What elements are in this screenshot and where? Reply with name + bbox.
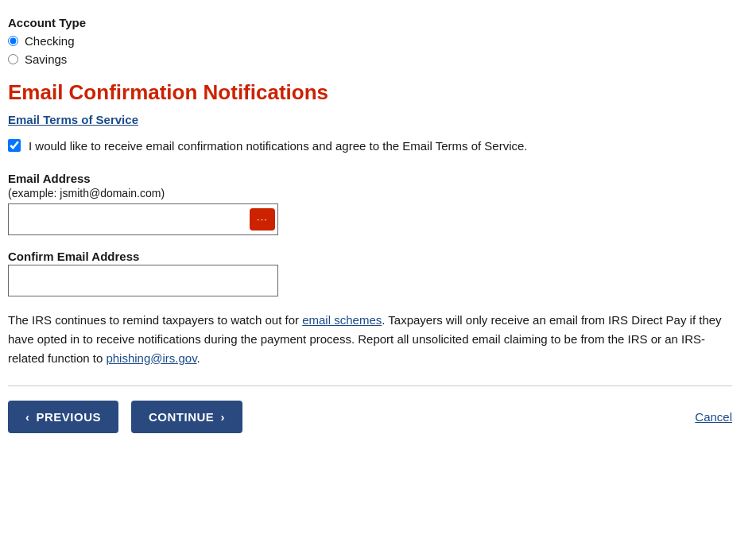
email-input-wrapper: ··· — [8, 203, 278, 235]
radio-savings-label: Savings — [25, 52, 67, 66]
email-consent-label: I would like to receive email confirmati… — [29, 138, 528, 156]
warning-text-3: . — [197, 351, 200, 365]
email-consent-checkbox[interactable] — [8, 139, 21, 152]
phishing-email-link[interactable]: phishing@irs.gov — [106, 351, 196, 365]
account-type-label: Account Type — [8, 16, 732, 29]
email-section-heading: Email Confirmation Notifications — [8, 80, 732, 105]
previous-button[interactable]: ‹ PREVIOUS — [8, 401, 118, 433]
continue-button-label: CONTINUE — [149, 410, 214, 424]
chevron-right-icon: › — [220, 410, 225, 424]
email-input[interactable] — [8, 203, 278, 235]
confirm-email-input[interactable] — [8, 265, 278, 296]
warning-text-1: The IRS continues to remind taxpayers to… — [8, 313, 302, 327]
warning-text: The IRS continues to remind taxpayers to… — [8, 311, 731, 368]
radio-checking-label: Checking — [25, 34, 75, 48]
email-address-hint: (example: jsmith@domain.com) — [8, 187, 732, 200]
radio-savings[interactable]: Savings — [8, 52, 732, 66]
radio-savings-input[interactable] — [8, 54, 18, 64]
email-address-section: Email Address (example: jsmith@domain.co… — [8, 172, 732, 235]
chevron-left-icon: ‹ — [25, 410, 30, 424]
email-input-button[interactable]: ··· — [250, 208, 275, 231]
radio-checking-input[interactable] — [8, 36, 18, 46]
radio-checking[interactable]: Checking — [8, 34, 732, 48]
confirm-email-section: Confirm Email Address — [8, 250, 732, 296]
confirm-email-label: Confirm Email Address — [8, 250, 732, 263]
divider — [8, 385, 732, 386]
previous-button-label: PREVIOUS — [37, 410, 102, 424]
email-schemes-link[interactable]: email schemes — [302, 313, 382, 327]
button-row: ‹ PREVIOUS CONTINUE › Cancel — [8, 401, 732, 433]
account-type-section: Account Type Checking Savings — [8, 16, 732, 66]
email-consent-row: I would like to receive email confirmati… — [8, 138, 732, 156]
cancel-link[interactable]: Cancel — [695, 410, 732, 424]
email-address-label: Email Address — [8, 172, 732, 185]
continue-button[interactable]: CONTINUE › — [131, 401, 242, 433]
tos-link[interactable]: Email Terms of Service — [8, 113, 138, 126]
